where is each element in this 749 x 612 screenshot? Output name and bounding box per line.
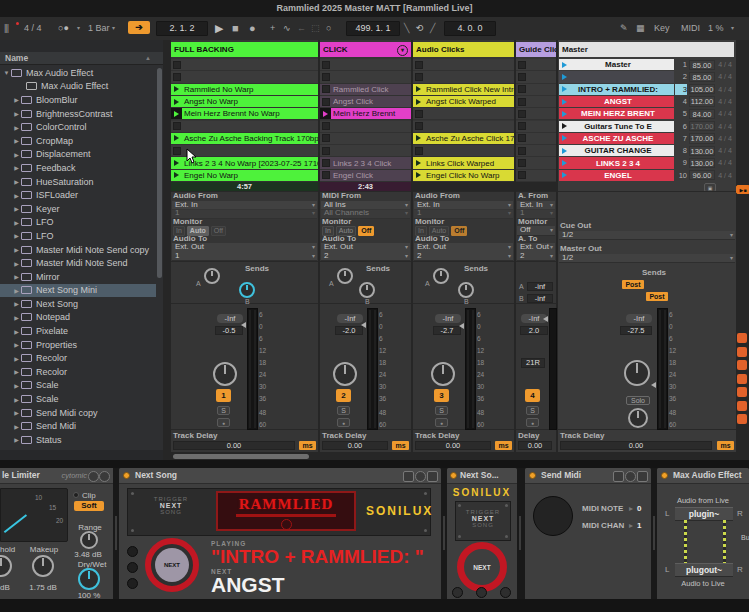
clip-slot[interactable] <box>516 170 556 182</box>
send-b-post-button[interactable]: Post <box>646 292 668 301</box>
midi-chan-stepper-icon[interactable]: ▸ <box>629 521 633 530</box>
expand-icon[interactable]: ▶ <box>12 436 21 443</box>
expand-icon[interactable]: ▶ <box>12 246 21 253</box>
expand-open-icon[interactable]: ▼ <box>2 70 11 76</box>
hot-swap-icon[interactable] <box>88 471 99 482</box>
session-record-icon[interactable]: ○ <box>326 17 331 39</box>
clip-stop-button[interactable] <box>516 96 527 107</box>
re-enable-automation-icon[interactable]: ← <box>297 17 306 39</box>
metronome-icon[interactable]: ○● <box>58 17 69 39</box>
next-song-title-bar[interactable]: Next Song <box>119 468 441 484</box>
browser-item[interactable]: ▶Next Song Mini <box>0 284 156 298</box>
clip-launch-button[interactable] <box>171 133 182 144</box>
threshold-knob[interactable] <box>0 555 12 577</box>
browser-item[interactable]: Max Audio Effect <box>0 80 156 94</box>
clip-slot[interactable] <box>516 157 556 169</box>
solo-button[interactable]: S <box>435 406 448 415</box>
browser-item[interactable]: ▶BrightnessContrast <box>0 107 156 121</box>
clip-stop-button[interactable] <box>413 71 424 82</box>
scene-tempo[interactable]: 85.00 <box>689 72 715 82</box>
expand-icon[interactable]: ▶ <box>12 164 21 171</box>
clip-launch-button[interactable] <box>320 170 331 181</box>
browser-item[interactable]: ▶Mirror <box>0 270 156 284</box>
stop-all-clips-button[interactable]: ▶■ <box>736 185 749 194</box>
browser-item[interactable]: ▶Pixelate <box>0 324 156 338</box>
clip-stop-button[interactable] <box>413 121 424 132</box>
scene-tempo[interactable]: 130.00 <box>689 146 715 156</box>
browser-item[interactable]: ▶HueSaturation <box>0 175 156 189</box>
clip-launch-button[interactable] <box>171 96 182 107</box>
send-a-knob[interactable] <box>337 268 353 284</box>
fader-position-marker[interactable] <box>459 323 464 329</box>
scene-time-signature[interactable]: 4 / 4 <box>716 108 734 119</box>
browser-item[interactable]: ▶BloomBlur <box>0 93 156 107</box>
midi-map-button[interactable]: MIDI <box>681 17 700 39</box>
browser-item[interactable]: ▶LFO <box>0 216 156 230</box>
fold-icon[interactable] <box>613 471 624 482</box>
pan-knob[interactable] <box>213 362 237 386</box>
ms-toggle-button[interactable]: ms <box>495 441 512 450</box>
browser-item[interactable]: ▶Recolor <box>0 351 156 365</box>
scene-scroll-marker[interactable] <box>737 347 747 357</box>
clip-stop-button[interactable] <box>413 145 424 156</box>
clip-slot[interactable] <box>320 71 411 83</box>
play-button[interactable]: ▶ <box>215 17 223 39</box>
peak-level[interactable]: -Inf <box>217 314 243 323</box>
ms-toggle-button[interactable]: ms <box>392 441 409 450</box>
clip-slot[interactable] <box>413 145 514 157</box>
scene-6[interactable]: Guitars Tune To E <box>559 121 674 132</box>
clip-slot[interactable] <box>320 59 411 71</box>
clip-stop-button[interactable] <box>320 145 331 156</box>
expand-icon[interactable]: ▶ <box>12 232 21 239</box>
expand-icon[interactable]: ▶ <box>12 260 21 267</box>
browser-item[interactable]: ▶Notepad <box>0 311 156 325</box>
range-knob[interactable] <box>80 531 98 549</box>
clip-stop-button[interactable] <box>171 71 182 82</box>
scene-tempo[interactable]: 112.00 <box>689 96 715 106</box>
clip-slot[interactable]: Asche Zu Asche Backing Track 170bpm <box>171 133 318 145</box>
makeup-knob[interactable] <box>32 555 54 577</box>
scene-time-signature[interactable]: 4 / 4 <box>716 121 734 132</box>
clip-slot[interactable] <box>171 121 318 133</box>
scene-scroll-marker[interactable] <box>737 387 747 397</box>
led-button-3[interactable] <box>500 587 511 598</box>
browser-item[interactable]: ▶Displacement <box>0 148 156 162</box>
expand-icon[interactable]: ▶ <box>12 382 21 389</box>
clip-slot[interactable]: Angst No Warp <box>171 96 318 108</box>
clip-slot[interactable]: Links Click Warped <box>413 157 514 169</box>
scene-time-signature[interactable]: 4 / 4 <box>716 96 734 107</box>
limiter-title-bar[interactable]: le Limiter cytomic <box>0 468 113 484</box>
browser-column-header[interactable]: Name <box>0 52 163 65</box>
scene-time-signature[interactable]: 4 / 4 <box>716 71 734 82</box>
clip-launch-button[interactable] <box>171 157 182 168</box>
browser-item[interactable]: ▶Scale <box>0 379 156 393</box>
browser-item[interactable]: ▶Master Midi Note Send copy <box>0 243 156 257</box>
arm-button[interactable]: ● <box>526 418 539 427</box>
device-separator[interactable] <box>517 468 525 599</box>
follow-button[interactable]: ➔ <box>128 21 150 34</box>
clip-launch-button[interactable] <box>320 108 331 119</box>
expand-icon[interactable]: ▶ <box>12 409 21 416</box>
arrangement-position[interactable]: 2. 1. 2 <box>156 21 208 36</box>
clip-stop-button[interactable] <box>320 121 331 132</box>
clip-launch-button[interactable] <box>413 170 424 181</box>
clip-slot[interactable] <box>516 121 556 133</box>
drywet-knob[interactable] <box>78 568 100 590</box>
browser-item[interactable]: ▶CropMap <box>0 134 156 148</box>
expand-icon[interactable]: ▶ <box>12 287 21 294</box>
clip-slot[interactable]: Engel No Warp <box>171 170 318 182</box>
expand-icon[interactable]: ▶ <box>12 328 21 335</box>
scene-7[interactable]: ASCHE ZU ASCHE <box>559 133 674 144</box>
track-header[interactable]: Guide Clic <box>516 42 556 57</box>
midi-note-value[interactable]: 0 <box>637 504 641 513</box>
solo-button[interactable]: S <box>217 406 230 415</box>
stop-button[interactable]: ■ <box>232 17 239 39</box>
browser-scrollbar[interactable] <box>157 68 162 278</box>
clip-slot[interactable] <box>413 108 514 120</box>
scene-tempo[interactable]: 130.00 <box>689 158 715 168</box>
ms-toggle-button[interactable]: ms <box>299 441 316 450</box>
solo-button[interactable]: S <box>337 406 350 415</box>
track-delay-value[interactable]: 0.00 <box>560 441 712 450</box>
clip-slot[interactable] <box>516 108 556 120</box>
clip-slot[interactable] <box>516 59 556 71</box>
